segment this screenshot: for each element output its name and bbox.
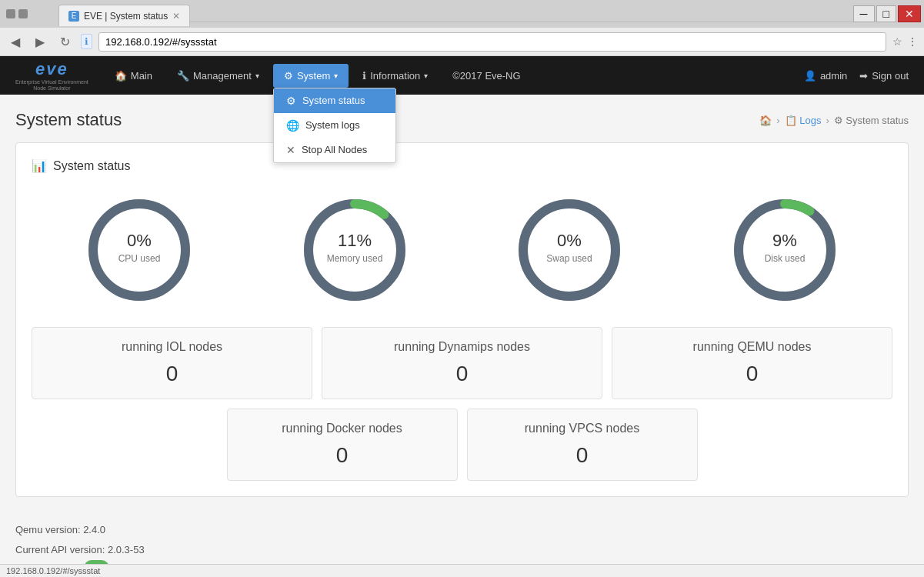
info-caret: ▾ — [424, 72, 428, 80]
back-btn[interactable]: ◀ — [6, 33, 25, 51]
refresh-btn[interactable]: ↻ — [55, 33, 75, 51]
nav-item-system[interactable]: ⚙ System ▾ ⚙ System status 🌐 System logs… — [273, 64, 349, 88]
memory-gauge: 11% Memory used — [293, 188, 416, 312]
navbar-nav: 🏠 Main 🔧 Management ▾ ⚙ System ▾ ⚙ — [104, 64, 804, 88]
panel-title: 📊 System status — [32, 158, 892, 173]
nav-link-information[interactable]: ℹ Information ▾ — [352, 64, 439, 88]
home-icon: 🏠 — [115, 70, 127, 82]
menu-icon[interactable]: ⋮ — [907, 35, 918, 48]
cpu-gauge: 0% CPU used — [78, 188, 201, 312]
breadcrumb-logs[interactable]: 📋 Logs — [785, 115, 822, 126]
minimize-btn[interactable]: ─ — [853, 5, 875, 22]
browser-tab[interactable]: E EVE | System status ✕ — [58, 5, 190, 26]
brand-eve: eve — [35, 59, 68, 79]
nav-item-main[interactable]: 🏠 Main — [104, 64, 163, 88]
stat-title-docker: running Docker nodes — [240, 422, 445, 435]
browser-chrome: E EVE | System status ✕ ─ □ ✕ ◀ ▶ ↻ ℹ ☆ … — [0, 0, 924, 56]
logs-icon: 📋 — [785, 115, 797, 126]
nav-item-copyright: ©2017 Eve-NG — [442, 64, 531, 88]
main-content: System status 🏠 › 📋 Logs › ⚙ System stat… — [0, 95, 924, 577]
address-actions: ☆ ⋮ — [892, 35, 918, 48]
page-title: System status — [15, 110, 122, 130]
dropdown-system-logs[interactable]: 🌐 System logs — [274, 113, 395, 138]
svg-text:Memory used: Memory used — [326, 253, 382, 264]
breadcrumb-current: ⚙ System status — [834, 115, 909, 126]
current-icon: ⚙ — [834, 115, 843, 126]
tab-title: EVE | System status — [84, 11, 168, 22]
maximize-btn[interactable]: □ — [876, 5, 896, 22]
nav-item-information[interactable]: ℹ Information ▾ — [352, 64, 439, 88]
nav-item-management[interactable]: 🔧 Management ▾ — [166, 64, 270, 88]
brand-sub2: Node Simulator — [33, 85, 70, 92]
stat-title-iol: running IOL nodes — [45, 340, 299, 354]
svg-text:0%: 0% — [557, 231, 582, 250]
dropdown-system-status[interactable]: ⚙ System status — [274, 88, 395, 113]
address-bar: ◀ ▶ ↻ ℹ ☆ ⋮ — [0, 28, 924, 55]
stat-value-vpcs: 0 — [480, 443, 685, 468]
panel-icon: 📊 — [32, 158, 47, 173]
disk-gauge-svg: 9% Disk used — [723, 188, 846, 312]
svg-text:11%: 11% — [338, 231, 372, 250]
disk-gauge: 9% Disk used — [723, 188, 846, 312]
breadcrumb-sep2: › — [826, 115, 829, 126]
breadcrumb-home-icon[interactable]: 🏠 — [759, 115, 772, 126]
stat-card-docker: running Docker nodes 0 — [227, 409, 458, 481]
stats-grid-top: running IOL nodes 0 running Dynamips nod… — [32, 327, 892, 399]
system-status-icon: ⚙ — [286, 95, 296, 107]
brand-sub1: Enterprise Virtual Environment — [15, 79, 88, 85]
management-caret: ▾ — [255, 72, 259, 80]
stop-nodes-icon: ✕ — [286, 144, 295, 156]
qemu-version: Qemu version: 2.4.0 — [15, 520, 909, 540]
system-logs-icon: 🌐 — [286, 119, 299, 132]
svg-point-14 — [739, 204, 831, 296]
status-url: 192.168.0.192/#/syssstat — [6, 566, 100, 575]
navbar-brand: eve Enterprise Virtual Environment Node … — [15, 59, 88, 92]
stat-card-iol: running IOL nodes 0 — [32, 327, 312, 399]
memory-gauge-svg: 11% Memory used — [293, 188, 416, 312]
management-icon: 🔧 — [177, 70, 189, 82]
navbar-right: 👤 admin ➡ Sign out — [804, 70, 909, 82]
stat-value-dynamips: 0 — [335, 362, 589, 386]
nav-link-management[interactable]: 🔧 Management ▾ — [166, 64, 270, 88]
cpu-gauge-svg: 0% CPU used — [78, 188, 201, 312]
stat-title-dynamips: running Dynamips nodes — [335, 340, 589, 354]
forward-btn[interactable]: ▶ — [31, 33, 49, 51]
browser-titlebar: E EVE | System status ✕ ─ □ ✕ — [0, 0, 924, 28]
swap-gauge: 0% Swap used — [508, 188, 631, 312]
nav-user: 👤 admin — [804, 70, 847, 82]
stat-value-iol: 0 — [45, 362, 299, 386]
info-icon: ℹ — [362, 70, 366, 82]
svg-text:Disk used: Disk used — [765, 253, 806, 264]
user-icon: 👤 — [804, 70, 816, 82]
stat-title-qemu: running QEMU nodes — [625, 340, 879, 354]
nav-link-system[interactable]: ⚙ System ▾ — [273, 64, 349, 88]
close-btn[interactable]: ✕ — [898, 5, 921, 22]
api-version: Current API version: 2.0.3-53 — [15, 540, 909, 560]
address-input[interactable] — [98, 32, 886, 52]
status-bar: 192.168.0.192/#/syssstat — [0, 564, 924, 577]
stats-grid-bottom: running Docker nodes 0 running VPCS node… — [32, 409, 892, 481]
stat-title-vpcs: running VPCS nodes — [480, 422, 685, 435]
breadcrumb-sep1: › — [776, 115, 779, 126]
stat-value-docker: 0 — [240, 443, 445, 468]
system-status-panel: 📊 System status 0% CPU used 11 — [15, 142, 909, 497]
bookmark-icon[interactable]: ☆ — [892, 35, 902, 48]
svg-text:9%: 9% — [772, 231, 797, 250]
gauges-row: 0% CPU used 11% Memory used — [32, 188, 892, 312]
svg-text:Swap used: Swap used — [547, 253, 592, 264]
swap-gauge-svg: 0% Swap used — [508, 188, 631, 312]
stat-value-qemu: 0 — [625, 362, 879, 386]
nav-signout[interactable]: ➡ Sign out — [859, 70, 909, 82]
tab-close[interactable]: ✕ — [172, 11, 180, 22]
system-dropdown: ⚙ System status 🌐 System logs ✕ Stop All… — [273, 88, 396, 163]
dropdown-stop-nodes[interactable]: ✕ Stop All Nodes — [274, 138, 395, 162]
signout-icon: ➡ — [859, 70, 868, 82]
stat-card-qemu: running QEMU nodes 0 — [612, 327, 892, 399]
nav-link-main[interactable]: 🏠 Main — [104, 64, 163, 88]
svg-text:0%: 0% — [127, 231, 152, 250]
svg-text:CPU used: CPU used — [118, 253, 161, 264]
page-header: System status 🏠 › 📋 Logs › ⚙ System stat… — [15, 110, 909, 130]
system-icon: ⚙ — [284, 70, 293, 82]
svg-point-1 — [93, 204, 185, 296]
nav-link-copyright: ©2017 Eve-NG — [442, 64, 531, 88]
